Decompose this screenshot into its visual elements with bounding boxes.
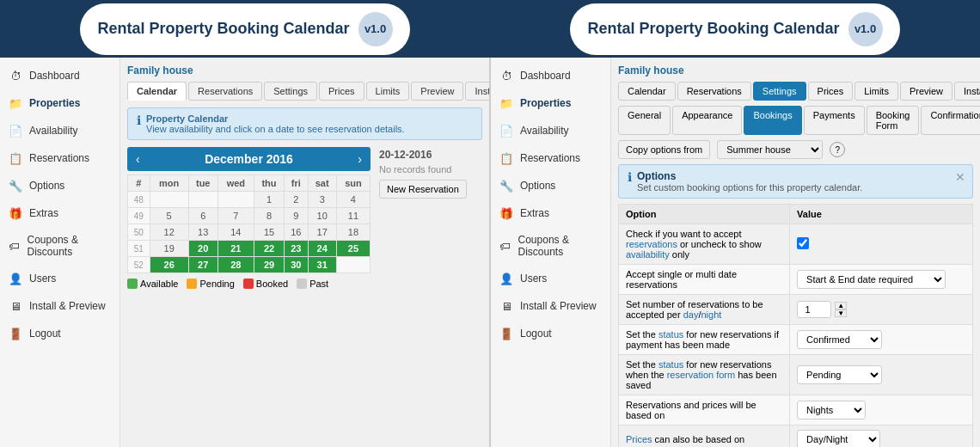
spin-down-button[interactable]: ▼ (835, 309, 847, 317)
calendar-day[interactable]: 10 (308, 208, 336, 224)
availability-link[interactable]: availability (626, 249, 670, 260)
r-tab-prices[interactable]: Prices (808, 82, 854, 101)
calendar-day[interactable]: 13 (188, 224, 217, 241)
prices-based-on-select[interactable]: Day/Night Night Day (797, 430, 880, 447)
calendar-day-highlighted[interactable]: 21 (217, 241, 254, 257)
prev-month-button[interactable]: ‹ (136, 152, 140, 166)
reservation-form-link[interactable]: reservation form (667, 370, 735, 380)
right-sidebar-item-properties[interactable]: 📁 Properties (491, 89, 610, 117)
calendar-day-highlighted[interactable]: 26 (150, 257, 188, 273)
night-link[interactable]: night (701, 309, 721, 320)
status-payment-select[interactable]: Confirmed Pending Cancelled (797, 330, 882, 349)
r-tab-reservations[interactable]: Reservations (677, 82, 751, 101)
pricing-basis-select[interactable]: Nights Days (797, 401, 866, 419)
max-reservations-per-day-input[interactable] (797, 301, 831, 318)
option-label: Prices can also be based on (619, 426, 790, 448)
r-tab-settings[interactable]: Settings (753, 82, 806, 101)
calendar-day[interactable] (336, 257, 370, 273)
r-tab-install[interactable]: Install (954, 82, 980, 101)
calendar-day-highlighted[interactable]: 29 (254, 257, 284, 273)
close-button[interactable]: ✕ (955, 170, 965, 184)
prices-link[interactable]: Prices (626, 434, 652, 444)
calendar-day[interactable]: 5 (150, 208, 188, 224)
calendar-day-highlighted[interactable]: 30 (285, 257, 308, 273)
tab-preview[interactable]: Preview (411, 82, 463, 101)
calendar-day[interactable]: 16 (285, 224, 308, 241)
next-month-button[interactable]: › (358, 152, 362, 166)
sidebar-item-properties[interactable]: 📁 Properties (0, 89, 119, 117)
r-subtab-bookings[interactable]: Bookings (744, 106, 801, 135)
right-sidebar-item-availability[interactable]: 📄 Availability (491, 117, 610, 144)
calendar-day-highlighted[interactable]: 20 (188, 241, 217, 257)
sidebar-item-availability[interactable]: 📄 Availability (0, 117, 119, 144)
calendar-day[interactable]: 12 (150, 224, 188, 241)
right-sidebar-item-install[interactable]: 🖥 Install & Preview (491, 292, 610, 320)
calendar-day[interactable]: 18 (336, 224, 370, 241)
right-sidebar-item-logout[interactable]: 🚪 Logout (491, 320, 610, 347)
right-sidebar-item-reservations[interactable]: 📋 Reservations (491, 144, 610, 172)
r-tab-calendar[interactable]: Calendar (618, 82, 676, 101)
calendar-day-highlighted[interactable]: 28 (217, 257, 254, 273)
new-reservation-button[interactable]: New Reservation (379, 180, 467, 199)
r-subtab-payments[interactable]: Payments (804, 106, 865, 135)
tab-install[interactable]: Install (465, 82, 489, 101)
tab-reservations[interactable]: Reservations (188, 82, 262, 101)
calendar-day-highlighted[interactable]: 27 (188, 257, 217, 273)
calendar-day[interactable]: 17 (308, 224, 336, 241)
calendar-day[interactable]: 2 (285, 192, 308, 208)
sidebar-item-users[interactable]: 👤 Users (0, 265, 119, 292)
calendar-day[interactable]: 14 (217, 224, 254, 241)
tab-settings[interactable]: Settings (264, 82, 317, 101)
r-subtab-general[interactable]: General (618, 106, 671, 135)
sidebar-item-install[interactable]: 🖥 Install & Preview (0, 292, 119, 320)
sidebar-item-reservations[interactable]: 📋 Reservations (0, 144, 119, 172)
r-tab-preview[interactable]: Preview (900, 82, 952, 101)
calendar-day[interactable] (150, 192, 188, 208)
right-sidebar-item-coupons[interactable]: 🏷 Coupons & Discounts (491, 227, 610, 265)
accept-reservations-checkbox[interactable] (797, 237, 809, 249)
calendar-day[interactable]: 19 (150, 241, 188, 257)
calendar-day-highlighted[interactable]: 31 (308, 257, 336, 273)
r-tab-limits[interactable]: Limits (854, 82, 898, 101)
sidebar-item-options[interactable]: 🔧 Options (0, 172, 119, 199)
calendar-day[interactable]: 15 (254, 224, 284, 241)
copy-options-button[interactable]: Copy options from (618, 140, 710, 159)
reservations-link[interactable]: reservations (626, 239, 677, 249)
status-link-1[interactable]: status (658, 329, 683, 340)
tab-prices[interactable]: Prices (319, 82, 364, 101)
calendar-day[interactable]: 9 (285, 208, 308, 224)
sidebar-item-coupons[interactable]: 🏷 Coupons & Discounts (0, 227, 119, 265)
right-sidebar-item-users[interactable]: 👤 Users (491, 265, 610, 292)
right-sidebar-item-options[interactable]: 🔧 Options (491, 172, 610, 199)
r-subtab-booking-form[interactable]: Booking Form (867, 106, 920, 135)
calendar-day[interactable]: 6 (188, 208, 217, 224)
status-link-2[interactable]: status (658, 359, 683, 370)
right-sidebar-item-dashboard[interactable]: ⏱ Dashboard (491, 62, 610, 89)
calendar-day[interactable]: 1 (254, 192, 284, 208)
calendar-day[interactable] (217, 192, 254, 208)
calendar-day[interactable]: 4 (336, 192, 370, 208)
r-subtab-appearance[interactable]: Appearance (672, 106, 742, 135)
calendar-day[interactable]: 7 (217, 208, 254, 224)
tab-calendar[interactable]: Calendar (127, 82, 187, 101)
sidebar-item-logout[interactable]: 🚪 Logout (0, 320, 119, 347)
help-button[interactable]: ? (830, 142, 845, 157)
calendar-day-highlighted[interactable]: 22 (254, 241, 284, 257)
calendar-day-highlighted[interactable]: 25 (336, 241, 370, 257)
calendar-day-highlighted[interactable]: 23 (285, 241, 308, 257)
reservation-type-select[interactable]: Start & End date required Single date (797, 270, 946, 289)
day-link[interactable]: day (683, 309, 699, 320)
tab-limits[interactable]: Limits (366, 82, 410, 101)
calendar-day[interactable] (188, 192, 217, 208)
copy-options-select[interactable]: Summer house Beach house Mountain cabin (717, 140, 823, 159)
status-form-select[interactable]: Pending Confirmed Cancelled (797, 365, 882, 384)
sidebar-item-dashboard[interactable]: ⏱ Dashboard (0, 62, 119, 89)
calendar-day[interactable]: 3 (308, 192, 336, 208)
r-subtab-confirmations[interactable]: Confirmations (921, 106, 980, 135)
spin-up-button[interactable]: ▲ (835, 302, 847, 309)
calendar-day-highlighted[interactable]: 24 (308, 241, 336, 257)
right-sidebar-item-extras[interactable]: 🎁 Extras (491, 199, 610, 227)
calendar-day[interactable]: 8 (254, 208, 284, 224)
calendar-day[interactable]: 11 (336, 208, 370, 224)
sidebar-item-extras[interactable]: 🎁 Extras (0, 199, 119, 227)
